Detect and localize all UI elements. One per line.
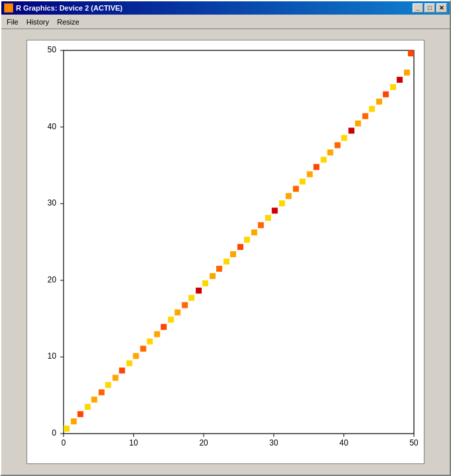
svg-rect-44 — [188, 295, 194, 301]
svg-rect-74 — [397, 77, 403, 83]
svg-text:0: 0 — [52, 428, 56, 438]
svg-rect-51 — [237, 244, 243, 250]
svg-rect-43 — [182, 302, 188, 308]
svg-rect-33 — [113, 375, 119, 381]
svg-rect-71 — [376, 99, 382, 105]
svg-text:30: 30 — [48, 198, 57, 208]
plot-svg: 0 10 20 30 40 50 — [27, 40, 424, 463]
svg-rect-48 — [216, 266, 222, 272]
plot-area: 0 10 20 30 40 50 — [1, 29, 450, 475]
svg-rect-42 — [174, 310, 180, 316]
svg-rect-45 — [196, 288, 202, 294]
svg-rect-67 — [348, 128, 354, 134]
title-bar-buttons: _ □ ✕ — [413, 3, 447, 13]
svg-text:20: 20 — [48, 275, 57, 284]
svg-rect-49 — [224, 259, 229, 265]
svg-rect-64 — [327, 150, 333, 156]
svg-rect-66 — [341, 135, 347, 141]
svg-rect-68 — [355, 121, 361, 127]
svg-rect-47 — [210, 273, 216, 279]
svg-rect-61 — [307, 171, 313, 177]
svg-rect-73 — [390, 84, 396, 90]
svg-rect-76 — [408, 50, 414, 56]
svg-text:30: 30 — [269, 438, 279, 447]
svg-rect-38 — [147, 339, 153, 345]
svg-rect-31 — [99, 389, 105, 395]
svg-rect-46 — [202, 280, 208, 286]
svg-rect-60 — [300, 178, 306, 184]
svg-rect-52 — [244, 237, 250, 243]
svg-rect-50 — [230, 251, 236, 257]
title-bar: R Graphics: Device 2 (ACTIVE) _ □ ✕ — [1, 1, 450, 15]
svg-text:10: 10 — [48, 351, 57, 361]
svg-rect-37 — [140, 346, 146, 352]
svg-rect-41 — [168, 317, 174, 323]
svg-rect-53 — [251, 229, 257, 235]
svg-rect-55 — [265, 215, 271, 221]
svg-rect-59 — [293, 186, 299, 192]
svg-rect-70 — [369, 106, 375, 112]
plot-container: 0 10 20 30 40 50 — [27, 40, 424, 464]
svg-rect-26 — [64, 426, 70, 432]
svg-rect-65 — [334, 143, 340, 149]
main-window: R Graphics: Device 2 (ACTIVE) _ □ ✕ File… — [0, 0, 451, 476]
svg-rect-27 — [71, 418, 77, 424]
menu-resize[interactable]: Resize — [53, 17, 84, 27]
close-button[interactable]: ✕ — [436, 3, 447, 13]
app-icon — [4, 3, 13, 13]
title-bar-title: R Graphics: Device 2 (ACTIVE) — [4, 3, 123, 13]
svg-rect-32 — [105, 382, 111, 388]
menu-file[interactable]: File — [3, 17, 23, 27]
svg-text:40: 40 — [340, 438, 349, 447]
svg-rect-57 — [279, 200, 285, 206]
svg-rect-72 — [383, 91, 389, 97]
svg-text:40: 40 — [48, 122, 57, 131]
svg-rect-29 — [85, 404, 91, 410]
svg-rect-58 — [286, 193, 292, 199]
svg-rect-28 — [78, 411, 84, 417]
svg-rect-36 — [133, 353, 139, 359]
svg-rect-54 — [258, 222, 264, 228]
svg-rect-75 — [404, 70, 410, 76]
svg-text:50: 50 — [48, 45, 57, 54]
maximize-button[interactable]: □ — [424, 3, 435, 13]
svg-rect-39 — [154, 331, 160, 337]
svg-rect-62 — [314, 164, 320, 170]
minimize-button[interactable]: _ — [413, 3, 423, 13]
svg-rect-40 — [161, 324, 166, 330]
window-title: R Graphics: Device 2 (ACTIVE) — [16, 4, 123, 12]
menu-history[interactable]: History — [23, 17, 53, 27]
svg-text:20: 20 — [199, 438, 208, 447]
svg-text:0: 0 — [61, 438, 66, 447]
svg-text:50: 50 — [409, 438, 419, 447]
svg-rect-35 — [127, 360, 133, 366]
svg-rect-34 — [119, 367, 125, 373]
svg-rect-63 — [321, 156, 327, 162]
svg-text:10: 10 — [129, 438, 139, 447]
menu-bar: File History Resize — [1, 15, 450, 29]
svg-rect-30 — [92, 396, 97, 402]
svg-rect-69 — [362, 113, 368, 119]
svg-rect-56 — [272, 208, 278, 213]
